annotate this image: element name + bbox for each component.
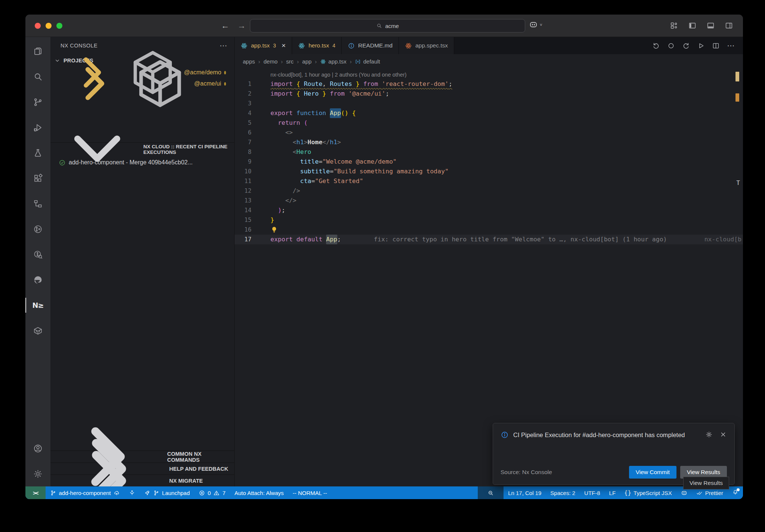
breadcrumb-separator: › — [258, 58, 260, 65]
activity-item-run-and-debug[interactable] — [25, 115, 50, 140]
status-encoding[interactable]: UTF-8 — [580, 486, 605, 499]
nx-cloud-section-header[interactable]: NX CLOUD :: RECENT CI PIPELINE EXECUTION… — [50, 142, 234, 156]
breadcrumb-item-apps[interactable]: apps — [243, 58, 255, 65]
activity-item-testing[interactable] — [25, 140, 50, 166]
status-indentation[interactable]: Spaces: 2 — [546, 486, 580, 499]
activity-item-edge-tools[interactable] — [25, 267, 50, 293]
blame-annotation: nx-cloud[bot], 1 hour ago | 2 authors (Y… — [235, 70, 743, 79]
code-line-10[interactable]: 10 subtitle="Build something amazing tod… — [235, 167, 743, 176]
status-remote-indicator[interactable]: >< — [25, 486, 46, 499]
activity-item-source-control[interactable] — [25, 89, 50, 115]
line-number: 5 — [235, 118, 258, 128]
breadcrumb-item-default[interactable]: default — [355, 58, 380, 65]
status-label: UTF-8 — [584, 490, 600, 496]
code-line-7[interactable]: 7 <h1>Home</h1> — [235, 137, 743, 147]
code-line-13[interactable]: 13 </> — [235, 196, 743, 205]
pipeline-execution-label: add-hero-component - Merge 409b44e5cb02.… — [69, 159, 193, 166]
close-tab-icon[interactable]: × — [282, 41, 286, 50]
lightbulb-icon[interactable] — [270, 226, 278, 233]
breadcrumb-item-app-tsx[interactable]: app.tsx — [320, 58, 346, 65]
status-eol[interactable]: LF — [605, 486, 620, 499]
activity-item-search[interactable] — [25, 64, 50, 89]
status-label: 7 — [222, 490, 225, 496]
status-zoom-indicator[interactable] — [478, 486, 504, 499]
status-language-mode[interactable]: {}TypeScript JSX — [620, 486, 676, 499]
line-number: 17 — [235, 235, 258, 244]
close-icon[interactable] — [719, 431, 727, 438]
toggle-panel-icon[interactable] — [706, 21, 715, 30]
activity-item-pull-requests[interactable] — [25, 216, 50, 242]
code-line-5[interactable]: 5 return ( — [235, 118, 743, 128]
tab-app-spec-tsx[interactable]: app.spec.tsx — [399, 37, 454, 54]
project-item[interactable]: @acme/ui — [50, 78, 234, 89]
record-icon[interactable] — [667, 42, 675, 50]
status-launchpad[interactable]: Launchpad — [140, 486, 194, 499]
status-git-graph[interactable] — [124, 486, 140, 499]
more-actions-icon[interactable]: ⋯ — [727, 42, 735, 50]
navigate-back-icon[interactable] — [652, 42, 660, 50]
tab-README-md[interactable]: README.md — [342, 37, 399, 54]
view-commit-button[interactable]: View Commit — [629, 466, 676, 479]
minimize-window-button[interactable] — [46, 23, 52, 29]
activity-item-containers[interactable] — [25, 318, 50, 343]
navigate-back-icon[interactable]: ← — [221, 21, 229, 31]
tab-badge: 4 — [332, 43, 335, 49]
pipeline-execution-item[interactable]: add-hero-component - Merge 409b44e5cb02.… — [50, 156, 234, 169]
more-actions-icon[interactable]: ⋯ — [220, 41, 227, 50]
gear-icon[interactable] — [705, 431, 713, 438]
split-editor-icon[interactable] — [712, 42, 720, 50]
status-notifications-bell[interactable] — [728, 486, 743, 499]
code-line-11[interactable]: 11 cta="Get Started" — [235, 176, 743, 186]
code-line-17[interactable]: 17export default App;fix: correct typo i… — [235, 235, 743, 244]
activity-item-accounts[interactable] — [25, 436, 50, 461]
line-content: cta="Get Started" — [258, 176, 363, 186]
toggle-secondary-sidebar-icon[interactable] — [725, 21, 733, 30]
status-cursor-position[interactable]: Ln 17, Col 19 — [504, 486, 546, 499]
activity-item-gitlens[interactable] — [25, 242, 50, 267]
tab-hero-tsx[interactable]: hero.tsx4 — [292, 37, 342, 54]
breadcrumb-item-demo[interactable]: demo — [264, 58, 278, 65]
warning-icon — [213, 490, 220, 496]
breadcrumb-item-src[interactable]: src — [286, 58, 294, 65]
toggle-primary-sidebar-icon[interactable] — [688, 21, 697, 30]
activity-item-settings[interactable] — [25, 461, 50, 486]
line-content: ); — [258, 205, 285, 215]
activity-item-type-hierarchy[interactable] — [25, 191, 50, 216]
line-number: 6 — [235, 128, 258, 137]
copilot-menu[interactable]: ∨ — [529, 20, 543, 29]
activity-item-explorer[interactable] — [25, 38, 50, 64]
status-branch-status[interactable]: add-hero-component — [46, 486, 124, 499]
code-line-16[interactable]: 16 — [235, 225, 743, 235]
code-line-1[interactable]: 1import { Route, Routes } from 'react-ro… — [235, 79, 743, 89]
code-line-3[interactable]: 3 — [235, 99, 743, 108]
activity-item-extensions[interactable] — [25, 166, 50, 191]
status-auto-attach[interactable]: Auto Attach: Always — [230, 486, 288, 499]
code-line-15[interactable]: 15} — [235, 215, 743, 225]
navigate-forward-icon[interactable] — [682, 42, 690, 50]
line-content: /> — [258, 186, 300, 196]
activity-item-nx-console[interactable]: N≥ — [25, 293, 50, 318]
status-vim-mode[interactable]: -- NORMAL -- — [288, 486, 331, 499]
copilot-icon — [681, 490, 687, 496]
tab-app-tsx[interactable]: app.tsx3× — [235, 37, 292, 54]
navigate-forward-icon[interactable]: → — [238, 21, 246, 31]
code-line-6[interactable]: 6 <> — [235, 128, 743, 137]
blame-ghost-text: nx-cloud[b — [704, 235, 741, 244]
status-problems[interactable]: 07 — [194, 486, 230, 499]
zoom-window-button[interactable] — [56, 23, 62, 29]
breadcrumb-label: src — [286, 58, 294, 65]
code-line-2[interactable]: 2import { Hero } from '@acme/ui'; — [235, 89, 743, 99]
close-window-button[interactable] — [35, 23, 41, 29]
breadcrumb-item-app[interactable]: app — [302, 58, 312, 65]
code-line-12[interactable]: 12 /> — [235, 186, 743, 196]
customize-layout-icon[interactable] — [670, 21, 678, 30]
run-file-icon[interactable] — [697, 42, 705, 50]
command-center-search[interactable]: acme — [250, 19, 525, 33]
section-nx-migrate[interactable]: NX MIGRATE — [50, 474, 234, 486]
code-line-4[interactable]: 4export function App() { — [235, 108, 743, 118]
code-line-9[interactable]: 9 title="Welcome @acme/demo" — [235, 157, 743, 167]
tab-badge: 3 — [273, 43, 276, 49]
code-line-14[interactable]: 14 ); — [235, 205, 743, 215]
status-label: LF — [609, 490, 616, 496]
code-line-8[interactable]: 8 <Hero — [235, 147, 743, 157]
